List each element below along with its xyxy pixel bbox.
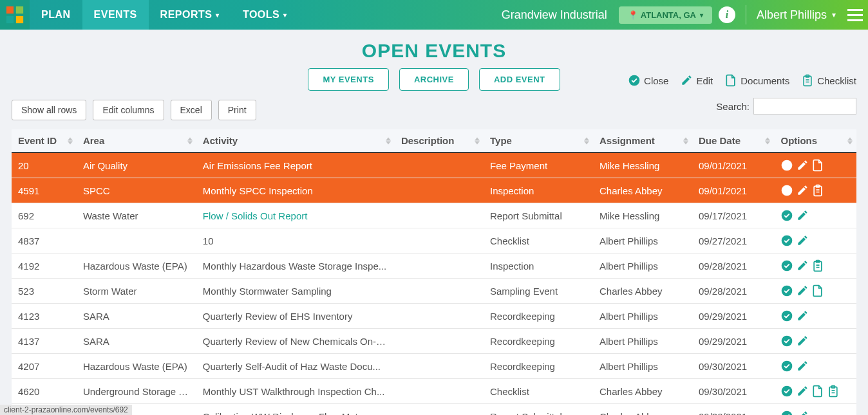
- edit-icon[interactable]: [796, 385, 809, 398]
- cell-options: [774, 304, 856, 329]
- col-type[interactable]: Type: [484, 129, 593, 152]
- search-input[interactable]: [753, 98, 856, 115]
- close-icon[interactable]: [780, 184, 793, 197]
- nav-reports[interactable]: REPORTS ▾: [149, 0, 231, 30]
- edit-icon[interactable]: [796, 360, 809, 373]
- print-button[interactable]: Print: [218, 100, 256, 120]
- svg-rect-3: [6, 6, 14, 14]
- close-icon[interactable]: [780, 284, 793, 297]
- edit-icon[interactable]: [796, 410, 809, 415]
- col-activity[interactable]: Activity: [196, 129, 395, 152]
- close-icon[interactable]: [780, 385, 793, 398]
- col-event-id[interactable]: Event ID: [12, 129, 77, 152]
- chevron-down-icon: ▾: [700, 12, 703, 19]
- col-options[interactable]: Options: [774, 129, 856, 152]
- document-icon[interactable]: [811, 284, 824, 297]
- my-events-button[interactable]: MY EVENTS: [308, 68, 388, 91]
- sort-icon: [683, 137, 688, 144]
- edit-icon[interactable]: [796, 159, 809, 172]
- table-row[interactable]: 4192Hazardous Waste (EPA)Monthly Hazardo…: [12, 254, 856, 279]
- cell-description: [395, 152, 484, 178]
- company-name: Grandview Industrial: [490, 0, 619, 30]
- cell-options: [774, 203, 856, 228]
- cell-event-id: 4192: [12, 254, 77, 279]
- cell-options: [774, 152, 856, 178]
- pin-icon: 📍: [628, 10, 638, 20]
- nav-events[interactable]: EVENTS: [82, 0, 149, 30]
- cell-area: Air Quality: [77, 152, 196, 178]
- nav-plan[interactable]: PLAN: [30, 0, 82, 30]
- edit-icon[interactable]: [796, 284, 809, 297]
- close-icon[interactable]: [780, 360, 793, 373]
- cell-options: [774, 279, 856, 304]
- table-row[interactable]: 523Storm WaterMonthly Stormwater Samplin…: [12, 279, 856, 304]
- cell-due-date: 09/28/2021: [692, 279, 774, 304]
- cell-type: Recordkeeping: [484, 304, 593, 329]
- close-icon[interactable]: [780, 209, 793, 222]
- add-event-button[interactable]: ADD EVENT: [479, 68, 560, 91]
- close-icon[interactable]: [780, 410, 793, 415]
- cell-assignment: Charles Abbey: [593, 279, 692, 304]
- table-row[interactable]: 20Air QualityAir Emissions Fee ReportFee…: [12, 152, 856, 178]
- document-icon[interactable]: [811, 159, 824, 172]
- cell-due-date: 09/27/2021: [692, 228, 774, 254]
- cell-assignment: Albert Phillips: [593, 304, 692, 329]
- cell-activity: Quarterly Review of EHS Inventory: [196, 304, 395, 329]
- location-selector[interactable]: 📍 ATLANTA, GA ▾: [619, 6, 712, 24]
- hamburger-menu[interactable]: [842, 0, 868, 30]
- info-icon[interactable]: i: [719, 6, 735, 23]
- col-description[interactable]: Description: [395, 129, 484, 152]
- col-assignment[interactable]: Assignment: [593, 129, 692, 152]
- checklist-icon[interactable]: [827, 385, 840, 398]
- edit-icon[interactable]: [796, 184, 809, 197]
- cell-type: Recordkeeping: [484, 329, 593, 354]
- table-row[interactable]: 4591SPCCMonthly SPCC InspectionInspectio…: [12, 178, 856, 203]
- excel-button[interactable]: Excel: [171, 100, 212, 120]
- checklist-icon[interactable]: [811, 184, 824, 197]
- close-icon[interactable]: [780, 309, 793, 322]
- table-row[interactable]: 4123SARAQuarterly Review of EHS Inventor…: [12, 304, 856, 329]
- cell-type: Sampling Event: [484, 279, 593, 304]
- show-all-rows-button[interactable]: Show all rows: [12, 100, 86, 120]
- app-logo[interactable]: [0, 0, 30, 30]
- table-row[interactable]: 4207Hazardous Waste (EPA)Quarterly Self-…: [12, 354, 856, 379]
- table-row[interactable]: 4620Underground Storage Ta...Monthly UST…: [12, 379, 856, 404]
- table-row[interactable]: 562Waste WaterCalibration WW Discharge F…: [12, 404, 856, 416]
- archive-button[interactable]: ARCHIVE: [399, 68, 469, 91]
- table-row[interactable]: 483710ChecklistAlbert Phillips09/27/2021: [12, 228, 856, 254]
- cell-activity: Monthly UST Walkthrough Inspection Ch...: [196, 379, 395, 404]
- sort-icon: [187, 137, 193, 144]
- close-icon[interactable]: [780, 234, 793, 247]
- svg-rect-6: [16, 16, 23, 23]
- checklist-icon[interactable]: [811, 259, 824, 272]
- cell-assignment: Albert Phillips: [593, 228, 692, 254]
- cell-description: [395, 354, 484, 379]
- col-due-date[interactable]: Due Date: [692, 129, 774, 152]
- cell-due-date: 09/28/2021: [692, 254, 774, 279]
- close-icon[interactable]: [780, 335, 793, 347]
- edit-icon[interactable]: [796, 234, 809, 247]
- col-area[interactable]: Area: [77, 129, 196, 152]
- table-row[interactable]: 692Waste WaterFlow / Solids Out ReportRe…: [12, 203, 856, 228]
- edit-icon[interactable]: [796, 259, 809, 272]
- cell-description: [395, 228, 484, 254]
- table-row[interactable]: 4137SARAQuarterly Review of New Chemical…: [12, 329, 856, 354]
- cell-description: [395, 329, 484, 354]
- cell-activity: Quarterly Review of New Chemicals On-S..…: [196, 329, 395, 354]
- edit-icon[interactable]: [796, 335, 809, 347]
- chevron-down-icon: ▾: [832, 10, 836, 19]
- checklist-icon: [801, 74, 814, 87]
- edit-icon[interactable]: [796, 209, 809, 222]
- user-menu[interactable]: Albert Phillips ▾: [750, 0, 842, 30]
- nav-tools-label: TOOLS: [243, 9, 279, 21]
- cell-description: [395, 279, 484, 304]
- edit-icon[interactable]: [796, 309, 809, 322]
- cell-assignment: Mike Hessling: [593, 152, 692, 178]
- status-bar-url: client-2-prazaonline.com/events/692: [0, 405, 132, 415]
- cell-event-id: 4137: [12, 329, 77, 354]
- nav-tools[interactable]: TOOLS ▾: [231, 0, 299, 30]
- document-icon[interactable]: [811, 385, 824, 398]
- close-icon[interactable]: [780, 159, 793, 172]
- edit-columns-button[interactable]: Edit columns: [93, 100, 164, 120]
- close-icon[interactable]: [780, 259, 793, 272]
